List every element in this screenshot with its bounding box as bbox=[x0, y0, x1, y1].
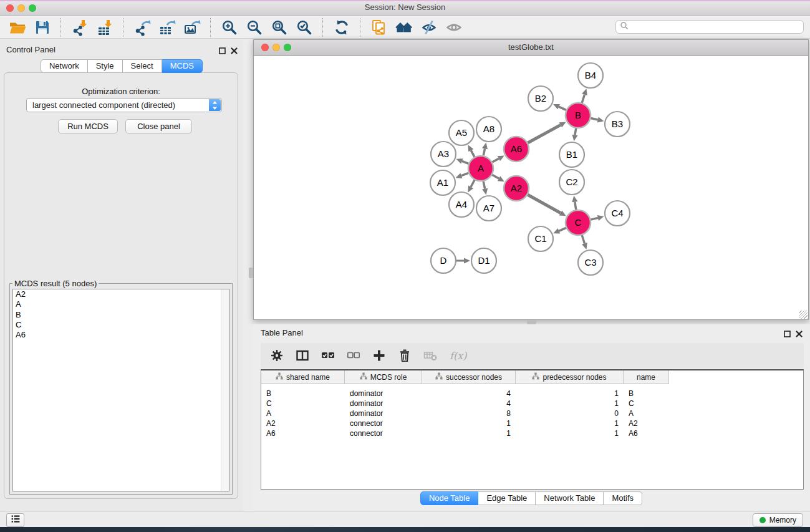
graph-node-A1[interactable]: A1 bbox=[430, 170, 455, 195]
tab-mcds[interactable]: MCDS bbox=[162, 59, 203, 73]
graph-node-D[interactable]: D bbox=[431, 248, 456, 273]
network-canvas[interactable]: B4B2BB3A8A5A6A3B1AA1C2A2A4A7C4CC1DD1C3 bbox=[254, 56, 808, 319]
table-cell[interactable]: B bbox=[261, 389, 345, 398]
table-cell[interactable]: 1 bbox=[422, 429, 516, 438]
import-table-icon[interactable] bbox=[94, 18, 115, 37]
graph-node-C2[interactable]: C2 bbox=[559, 170, 584, 195]
export-table-icon[interactable] bbox=[157, 18, 178, 37]
zoom-fit-icon[interactable] bbox=[269, 18, 290, 37]
search-box[interactable] bbox=[615, 20, 804, 34]
graph-edge-A-A6[interactable] bbox=[492, 158, 498, 162]
float-table-panel-icon[interactable] bbox=[784, 329, 791, 340]
graph-edge-B-B2[interactable] bbox=[559, 107, 566, 110]
column-header-successor-nodes[interactable]: successor nodes bbox=[422, 370, 516, 384]
table-cell[interactable]: A2 bbox=[261, 419, 345, 428]
vertical-splitter-handle[interactable] bbox=[249, 268, 253, 278]
table-cell[interactable]: dominator bbox=[345, 409, 422, 418]
graph-edge-C-C4[interactable] bbox=[591, 218, 597, 220]
result-scrollbar[interactable] bbox=[221, 289, 229, 491]
hide-selected-icon[interactable] bbox=[418, 18, 440, 37]
close-panel-icon[interactable] bbox=[231, 46, 238, 57]
mcds-result-item[interactable]: C bbox=[13, 320, 229, 330]
graph-node-A5[interactable]: A5 bbox=[449, 120, 474, 145]
table-cell[interactable]: 1 bbox=[516, 389, 624, 398]
float-panel-icon[interactable] bbox=[219, 46, 226, 57]
zoom-selected-icon[interactable] bbox=[294, 18, 315, 37]
table-cell[interactable]: dominator bbox=[345, 399, 422, 408]
mcds-result-item[interactable]: A bbox=[13, 299, 229, 309]
export-image-icon[interactable] bbox=[181, 18, 203, 37]
refresh-icon[interactable] bbox=[331, 18, 352, 37]
table-cell[interactable]: 1 bbox=[516, 419, 624, 428]
graph-node-B2[interactable]: B2 bbox=[528, 86, 553, 111]
graph-edge-C-C1[interactable] bbox=[559, 228, 566, 231]
column-header-MCDS-role[interactable]: MCDS role bbox=[345, 370, 422, 384]
graph-node-A8[interactable]: A8 bbox=[476, 117, 501, 142]
graph-node-B[interactable]: B bbox=[566, 103, 591, 128]
graph-edge-A-A8[interactable] bbox=[483, 148, 485, 155]
graph-node-A3[interactable]: A3 bbox=[431, 142, 456, 167]
clone-network-icon[interactable] bbox=[369, 18, 390, 37]
task-history-button[interactable] bbox=[6, 513, 24, 527]
graph-edge-B-B4[interactable] bbox=[582, 95, 584, 103]
table-cell[interactable]: 1 bbox=[422, 419, 516, 428]
close-panel-button[interactable]: Close panel bbox=[125, 119, 192, 133]
graph-edge-B-B1[interactable] bbox=[575, 128, 576, 135]
table-row[interactable]: Cdominator41C bbox=[261, 399, 803, 409]
graph-edge-A-A1[interactable] bbox=[461, 173, 468, 175]
table-cell[interactable]: A6 bbox=[624, 429, 669, 438]
settings-gear-icon[interactable] bbox=[270, 349, 284, 362]
graph-edge-A-A2[interactable] bbox=[492, 175, 499, 178]
graph-edge-A6-B[interactable] bbox=[528, 125, 560, 143]
table-cell[interactable]: connector bbox=[345, 419, 422, 428]
table-cell[interactable]: dominator bbox=[345, 389, 422, 398]
criterion-select[interactable]: largest connected component (directed) bbox=[26, 98, 222, 112]
table-row[interactable]: A2connector11A2 bbox=[261, 418, 803, 428]
graph-node-B4[interactable]: B4 bbox=[578, 63, 603, 88]
tab-style[interactable]: Style bbox=[88, 59, 123, 73]
table-row[interactable]: A6connector11A6 bbox=[261, 428, 803, 438]
zoom-in-icon[interactable] bbox=[219, 18, 240, 37]
add-column-icon[interactable] bbox=[372, 349, 386, 362]
table-cell[interactable]: A bbox=[624, 409, 669, 418]
graph-edge-C-C3[interactable] bbox=[582, 235, 584, 243]
table-cell[interactable]: 4 bbox=[422, 389, 516, 398]
export-network-icon[interactable] bbox=[132, 18, 153, 37]
table-cell[interactable]: 4 bbox=[422, 399, 516, 408]
graph-node-C[interactable]: C bbox=[566, 210, 591, 235]
memory-button[interactable]: Memory bbox=[753, 513, 803, 527]
table-row[interactable]: Bdominator41B bbox=[261, 389, 803, 399]
mcds-result-item[interactable]: A6 bbox=[13, 330, 229, 340]
graph-node-A7[interactable]: A7 bbox=[476, 196, 501, 221]
search-input[interactable] bbox=[629, 21, 803, 32]
select-unchecked-icon[interactable] bbox=[347, 349, 360, 362]
table-cell[interactable]: C bbox=[624, 399, 669, 408]
column-header-predecessor-nodes[interactable]: predecessor nodes bbox=[516, 370, 624, 384]
graph-edge-A2-C[interactable] bbox=[528, 195, 561, 213]
tab-edge-table[interactable]: Edge Table bbox=[478, 491, 536, 505]
open-folder-icon[interactable] bbox=[7, 18, 28, 37]
mcds-result-list[interactable]: A2ABCA6 bbox=[12, 289, 229, 491]
tab-motifs[interactable]: Motifs bbox=[604, 491, 642, 505]
show-all-icon[interactable] bbox=[443, 18, 465, 37]
graph-edge-A-A3[interactable] bbox=[462, 161, 469, 163]
column-header-name[interactable]: name bbox=[624, 370, 669, 384]
table-cell[interactable]: A2 bbox=[624, 419, 669, 428]
column-header-shared-name[interactable]: shared name bbox=[261, 370, 345, 384]
table-row[interactable]: Adominator80A bbox=[261, 409, 803, 418]
table-cell[interactable]: connector bbox=[345, 429, 422, 438]
save-icon[interactable] bbox=[32, 18, 53, 37]
graph-node-B1[interactable]: B1 bbox=[559, 142, 584, 167]
graph-edge-A-A5[interactable] bbox=[471, 150, 475, 157]
graph-node-C1[interactable]: C1 bbox=[528, 226, 553, 251]
graph-node-A2[interactable]: A2 bbox=[504, 176, 529, 201]
horizontal-splitter-handle[interactable] bbox=[527, 320, 536, 324]
tab-network[interactable]: Network bbox=[41, 59, 88, 73]
table-cell[interactable]: 1 bbox=[516, 429, 624, 438]
table-cell[interactable]: B bbox=[624, 389, 669, 398]
home-neighbors-icon[interactable] bbox=[393, 18, 415, 37]
tab-network-table[interactable]: Network Table bbox=[536, 491, 604, 505]
graph-edge-B-B3[interactable] bbox=[591, 118, 597, 120]
tab-node-table[interactable]: Node Table bbox=[420, 491, 479, 505]
delete-column-icon[interactable] bbox=[398, 349, 412, 362]
